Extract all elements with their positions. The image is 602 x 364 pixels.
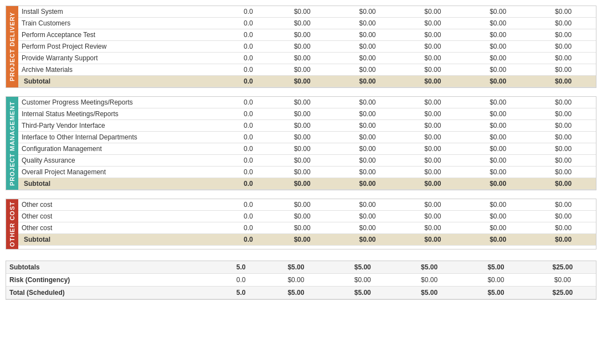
row-c3: $0.00 bbox=[400, 108, 465, 120]
row-label: Quality Assurance bbox=[18, 155, 227, 167]
summary-row: Risk (Contingency) 0.0 $0.00 $0.00 $0.00… bbox=[6, 274, 596, 287]
row-hours: 0.0 bbox=[227, 155, 270, 167]
row-label: Other cost bbox=[18, 222, 227, 234]
row-c5: $0.00 bbox=[531, 41, 596, 53]
subtotal-c1: $0.00 bbox=[270, 76, 335, 87]
row-c3: $0.00 bbox=[400, 120, 465, 132]
row-hours: 0.0 bbox=[227, 120, 270, 132]
row-c2: $0.00 bbox=[335, 132, 400, 143]
summary-label: Total (Scheduled) bbox=[6, 287, 219, 299]
row-c3: $0.00 bbox=[400, 97, 465, 108]
row-hours: 0.0 bbox=[227, 132, 270, 143]
row-c1: $0.00 bbox=[270, 6, 335, 18]
row-c2: $0.00 bbox=[335, 143, 400, 155]
row-c4: $0.00 bbox=[465, 155, 531, 167]
row-c5: $0.00 bbox=[531, 167, 596, 178]
row-c2: $0.00 bbox=[335, 6, 400, 18]
row-c5: $0.00 bbox=[531, 97, 596, 108]
table-row: Interface to Other Internal Departments … bbox=[18, 132, 596, 143]
subtotal-c4: $0.00 bbox=[465, 76, 531, 87]
table-row: Overall Project Management 0.0 $0.00 $0.… bbox=[18, 167, 596, 178]
row-label: Install System bbox=[18, 6, 227, 18]
row-c5: $0.00 bbox=[531, 53, 596, 64]
subtotal-row: Subtotal 0.0 $0.00 $0.00 $0.00 $0.00 $0.… bbox=[18, 76, 596, 87]
summary-hours: 5.0 bbox=[219, 261, 263, 274]
subtotal-c5: $0.00 bbox=[531, 76, 596, 87]
row-label: Perform Acceptance Test bbox=[18, 29, 227, 41]
row-hours: 0.0 bbox=[227, 222, 270, 234]
summary-c4: $5.00 bbox=[462, 287, 529, 299]
row-c5: $0.00 bbox=[531, 108, 596, 120]
row-c4: $0.00 bbox=[465, 97, 531, 108]
row-c1: $0.00 bbox=[270, 155, 335, 167]
row-c2: $0.00 bbox=[335, 222, 400, 234]
row-c5: $0.00 bbox=[531, 120, 596, 132]
row-c5: $0.00 bbox=[531, 143, 596, 155]
summary-c5: $25.00 bbox=[529, 261, 596, 274]
row-label: Overall Project Management bbox=[18, 167, 227, 178]
row-c5: $0.00 bbox=[531, 211, 596, 222]
summary-c2: $5.00 bbox=[330, 261, 396, 274]
row-hours: 0.0 bbox=[227, 143, 270, 155]
row-c4: $0.00 bbox=[465, 199, 531, 211]
row-c2: $0.00 bbox=[335, 29, 400, 41]
subtotal-c4: $0.00 bbox=[465, 178, 531, 190]
row-c1: $0.00 bbox=[270, 199, 335, 211]
subtotal-c4: $0.00 bbox=[465, 234, 531, 246]
summary-c1: $5.00 bbox=[263, 287, 329, 299]
section-project-delivery: PROJECT DELIVERY Install System 0.0 $0.0… bbox=[6, 6, 596, 88]
summary-hours: 5.0 bbox=[219, 287, 263, 299]
section-content-other-cost: Other cost 0.0 $0.00 $0.00 $0.00 $0.00 $… bbox=[18, 199, 596, 249]
subtotal-row: Subtotal 0.0 $0.00 $0.00 $0.00 $0.00 $0.… bbox=[18, 178, 596, 190]
row-c1: $0.00 bbox=[270, 18, 335, 29]
subtotal-c2: $0.00 bbox=[335, 76, 400, 87]
row-hours: 0.0 bbox=[227, 108, 270, 120]
subtotal-label: Subtotal bbox=[18, 234, 227, 246]
subtotal-hours: 0.0 bbox=[227, 178, 270, 190]
row-c4: $0.00 bbox=[465, 53, 531, 64]
summary-row: Total (Scheduled) 5.0 $5.00 $5.00 $5.00 … bbox=[6, 287, 596, 299]
section-content-project-delivery: Install System 0.0 $0.00 $0.00 $0.00 $0.… bbox=[18, 6, 596, 87]
table-row: Archive Materials 0.0 $0.00 $0.00 $0.00 … bbox=[18, 64, 596, 76]
summary-c5: $25.00 bbox=[529, 287, 596, 299]
row-c4: $0.00 bbox=[465, 211, 531, 222]
row-c3: $0.00 bbox=[400, 6, 465, 18]
row-label: Provide Warranty Support bbox=[18, 53, 227, 64]
subtotal-c5: $0.00 bbox=[531, 178, 596, 190]
row-hours: 0.0 bbox=[227, 6, 270, 18]
row-hours: 0.0 bbox=[227, 64, 270, 76]
row-label: Configuration Management bbox=[18, 143, 227, 155]
row-c1: $0.00 bbox=[270, 97, 335, 108]
summary-row: Subtotals 5.0 $5.00 $5.00 $5.00 $5.00 $2… bbox=[6, 261, 596, 274]
row-label: Other cost bbox=[18, 211, 227, 222]
summary-c3: $5.00 bbox=[396, 287, 462, 299]
row-c1: $0.00 bbox=[270, 53, 335, 64]
row-c1: $0.00 bbox=[270, 143, 335, 155]
row-c5: $0.00 bbox=[531, 29, 596, 41]
row-c1: $0.00 bbox=[270, 211, 335, 222]
table-row: Perform Post Project Review 0.0 $0.00 $0… bbox=[18, 41, 596, 53]
section-other-cost: OTHER COST Other cost 0.0 $0.00 $0.00 $0… bbox=[6, 199, 596, 249]
section-table-project-delivery: Install System 0.0 $0.00 $0.00 $0.00 $0.… bbox=[18, 6, 596, 87]
section-label-project-delivery: PROJECT DELIVERY bbox=[6, 6, 18, 87]
row-c3: $0.00 bbox=[400, 132, 465, 143]
row-label: Third-Party Vendor Interface bbox=[18, 120, 227, 132]
row-hours: 0.0 bbox=[227, 53, 270, 64]
row-c3: $0.00 bbox=[400, 18, 465, 29]
summary-c4: $0.00 bbox=[462, 274, 529, 287]
summary-c2: $0.00 bbox=[330, 274, 396, 287]
row-c5: $0.00 bbox=[531, 222, 596, 234]
row-c1: $0.00 bbox=[270, 64, 335, 76]
table-row: Internal Status Meetings/Reports 0.0 $0.… bbox=[18, 108, 596, 120]
row-c2: $0.00 bbox=[335, 108, 400, 120]
row-c4: $0.00 bbox=[465, 41, 531, 53]
row-hours: 0.0 bbox=[227, 211, 270, 222]
row-c3: $0.00 bbox=[400, 41, 465, 53]
subtotal-hours: 0.0 bbox=[227, 234, 270, 246]
row-c3: $0.00 bbox=[400, 211, 465, 222]
row-c4: $0.00 bbox=[465, 222, 531, 234]
row-label: Internal Status Meetings/Reports bbox=[18, 108, 227, 120]
section-table-other-cost: Other cost 0.0 $0.00 $0.00 $0.00 $0.00 $… bbox=[18, 199, 596, 246]
subtotal-c3: $0.00 bbox=[400, 178, 465, 190]
table-row: Other cost 0.0 $0.00 $0.00 $0.00 $0.00 $… bbox=[18, 222, 596, 234]
